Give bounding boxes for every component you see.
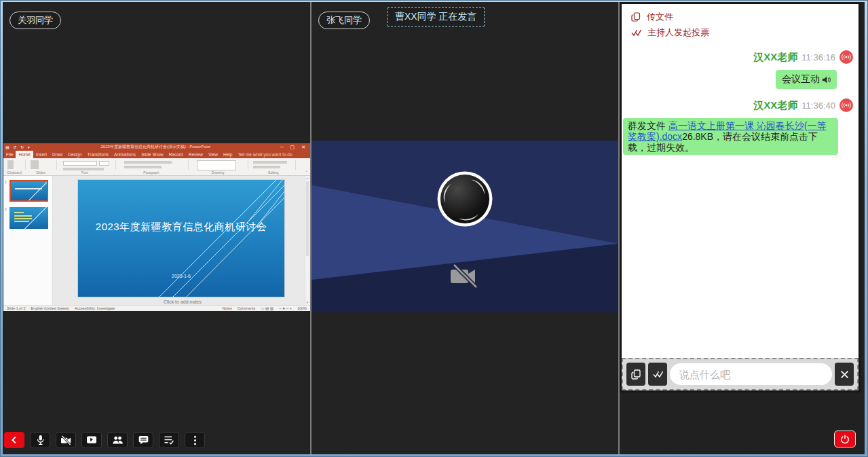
list-check-icon bbox=[164, 435, 174, 445]
ppt-slide-canvas-area: 2023年度新疆教育信息化商机研讨会 2023-1-6 bbox=[53, 176, 305, 305]
more-button[interactable] bbox=[185, 432, 205, 448]
ppt-thumb-number-2: 2 bbox=[5, 207, 7, 211]
chat-input-bar bbox=[622, 358, 858, 390]
participants-button[interactable] bbox=[107, 432, 128, 448]
ppt-tab-slideshow: Slide Show bbox=[138, 151, 166, 158]
ppt-menu-bar: File Home Insert Draw Design Transitions… bbox=[3, 151, 310, 158]
ppt-tab-review: Review bbox=[186, 151, 206, 158]
message-sender: 汉XX老师 bbox=[753, 99, 797, 112]
double-check-icon bbox=[631, 29, 641, 37]
ppt-tab-transitions: Transitions bbox=[85, 151, 112, 158]
ppt-group-drawing: Drawing bbox=[212, 170, 224, 175]
ppt-ribbon: Clipboard Slides Font Paragraph Drawing … bbox=[3, 158, 310, 176]
double-check-icon bbox=[653, 370, 663, 378]
vote-list-button[interactable] bbox=[159, 432, 179, 448]
video-panel-center: 张飞同学 曹XX同学 正在发言 bbox=[312, 2, 618, 454]
camera-off-icon bbox=[449, 264, 480, 291]
message-time: 11:36:40 bbox=[801, 100, 835, 111]
ppt-ribbon-collapse-icon: ⌃ bbox=[305, 170, 308, 175]
speaking-indicator: 曹XX同学 正在发言 bbox=[388, 7, 485, 26]
ppt-window-title: 2023年度新疆教育信息化商机研讨会(演示文稿) - PowerPoint bbox=[31, 144, 280, 150]
broadcast-avatar-icon bbox=[839, 50, 853, 64]
chat-message-input[interactable] bbox=[670, 363, 832, 385]
message-header: 汉XX老师 11:36:40 bbox=[627, 98, 853, 112]
meeting-window: 关羽同学 ▤ ↺ ↻ ▾ 2023年度新疆教育信息化商机研讨会(演示文稿) - … bbox=[3, 2, 865, 454]
ppt-zoom-slider: ─ ● ─ + bbox=[279, 306, 292, 310]
message-prefix: 群发文件 bbox=[628, 120, 668, 131]
microphone-icon bbox=[35, 435, 45, 445]
ppt-slide: 2023年度新疆教育信息化商机研讨会 2023-1-6 bbox=[78, 180, 284, 297]
notice-host-vote[interactable]: 主持人发起投票 bbox=[631, 26, 853, 39]
ppt-tab-file: File bbox=[3, 151, 16, 158]
ppt-status-zoom: 100% bbox=[297, 306, 307, 310]
chat-bubble: 会议互动 bbox=[776, 70, 837, 89]
chat-panel: 传文件 主持人发起投票 汉XX老师 11:36:16 bbox=[620, 2, 861, 392]
ppt-title-bar: ▤ ↺ ↻ ▾ 2023年度新疆教育信息化商机研讨会(演示文稿) - Power… bbox=[3, 143, 310, 151]
message-header: 汉XX老师 11:36:16 bbox=[627, 50, 853, 64]
message-time: 11:36:16 bbox=[801, 52, 835, 62]
ppt-tab-view: View bbox=[206, 151, 221, 158]
ppt-notes-placeholder: Click to add notes bbox=[164, 299, 202, 304]
ppt-status-notes: Notes bbox=[222, 306, 231, 310]
vote-button[interactable] bbox=[648, 363, 667, 386]
participant-name-badge: 关羽同学 bbox=[10, 12, 61, 29]
participants-icon bbox=[112, 435, 124, 445]
camera-off-icon bbox=[60, 435, 72, 445]
ppt-tab-home: Home bbox=[16, 151, 33, 158]
file-copy-icon bbox=[631, 12, 641, 22]
ppt-slide-thumbnail-1 bbox=[10, 180, 48, 202]
ppt-quick-access-icons: ▤ ↺ ↻ ▾ bbox=[5, 145, 31, 149]
chat-bubble-icon bbox=[138, 435, 149, 445]
broadcast-avatar-icon bbox=[839, 98, 853, 112]
ppt-group-font: Font bbox=[81, 170, 88, 175]
ppt-tab-record: Record bbox=[166, 151, 186, 158]
slide-date: 2023-1-6 bbox=[78, 274, 284, 278]
ppt-group-clipboard: Clipboard bbox=[7, 170, 21, 175]
ppt-tellme: Tell me what you want to do bbox=[235, 151, 295, 158]
ppt-scrollbar: ▲ ▼ bbox=[305, 176, 309, 305]
message-text: 会议互动 bbox=[782, 73, 820, 86]
ppt-slide-thumbnail-2 bbox=[10, 207, 48, 229]
participant-name: 关羽同学 bbox=[18, 15, 53, 25]
ppt-status-comments: Comments bbox=[238, 306, 256, 310]
ppt-window: ▤ ↺ ↻ ▾ 2023年度新疆教育信息化商机研讨会(演示文稿) - Power… bbox=[3, 143, 310, 311]
ppt-status-language: English (United States) bbox=[31, 306, 69, 310]
meeting-toolbar bbox=[4, 432, 205, 448]
send-file-button[interactable] bbox=[626, 363, 645, 386]
kebab-menu-icon bbox=[193, 435, 197, 445]
ppt-group-editing: Editing bbox=[268, 170, 278, 175]
notice-file-transfer[interactable]: 传文件 bbox=[631, 11, 853, 23]
ppt-status-slide: Slide 1 of 2 bbox=[7, 306, 26, 310]
power-off-button[interactable] bbox=[834, 431, 856, 447]
file-copy-icon bbox=[631, 369, 641, 380]
participant-name: 张飞同学 bbox=[326, 15, 362, 25]
chat-bubble-file: 群发文件 高一语文上册第一课 沁园春长沙(一等奖教案).docx26.8KB，请… bbox=[623, 118, 838, 155]
power-icon bbox=[840, 434, 850, 444]
ppt-tab-draw: Draw bbox=[50, 151, 65, 158]
slide-diagonal-lines bbox=[78, 180, 284, 297]
share-screen-button[interactable] bbox=[81, 432, 102, 448]
share-screen-icon bbox=[86, 435, 97, 445]
chat-message-list: 传文件 主持人发起投票 汉XX老师 11:36:16 bbox=[622, 4, 858, 358]
ppt-group-paragraph: Paragraph bbox=[143, 170, 159, 175]
ppt-window-controls: ─ ▢ ✕ bbox=[280, 145, 308, 150]
ppt-tab-help: Help bbox=[221, 151, 235, 158]
ppt-tab-animations: Animations bbox=[111, 151, 138, 158]
ppt-thumb-number-1: 1 bbox=[5, 180, 7, 184]
ppt-status-bar: Slide 1 of 2 English (United States) Acc… bbox=[3, 305, 310, 311]
close-icon bbox=[840, 370, 849, 379]
chevron-left-icon bbox=[10, 435, 19, 445]
message-sender: 汉XX老师 bbox=[753, 51, 797, 64]
ppt-status-accessibility: Accessibility: Investigate bbox=[75, 306, 115, 310]
microphone-button[interactable] bbox=[30, 432, 50, 448]
ppt-tab-design: Design bbox=[65, 151, 84, 158]
obs-logo-icon bbox=[435, 169, 495, 232]
camera-off-video-frame bbox=[312, 141, 618, 312]
close-chat-button[interactable] bbox=[835, 363, 854, 386]
chat-button[interactable] bbox=[133, 432, 153, 448]
ppt-view-icons: ▭ ▤ ▥ bbox=[261, 306, 273, 310]
back-button[interactable] bbox=[4, 432, 24, 448]
slide-title: 2023年度新疆教育信息化商机研讨会 bbox=[78, 220, 284, 233]
camera-off-button[interactable] bbox=[56, 432, 76, 448]
notice-label: 主持人发起投票 bbox=[647, 26, 709, 39]
